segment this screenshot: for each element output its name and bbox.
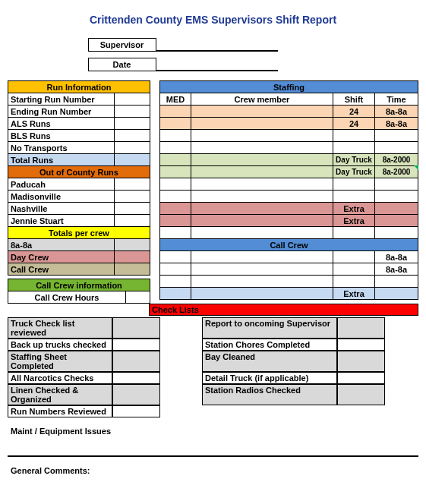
r2-crew[interactable] (191, 118, 333, 130)
c3-crew[interactable] (191, 276, 333, 288)
r11-shift[interactable] (333, 227, 375, 239)
daycrew-val[interactable] (115, 251, 150, 263)
r9-shift: Extra (333, 203, 375, 215)
r3-crew[interactable] (191, 130, 333, 142)
cl-a4-val[interactable] (112, 372, 160, 384)
r2-time: 8a-8a (375, 118, 418, 130)
r10-med[interactable] (160, 215, 191, 227)
cl-a2-val[interactable] (112, 339, 160, 351)
r8-crew[interactable] (191, 191, 333, 203)
als-val[interactable] (115, 118, 150, 130)
r7-med[interactable] (160, 178, 191, 191)
jennie-val[interactable] (115, 215, 150, 227)
daycrew-label: Day Crew (8, 251, 115, 263)
r8-med[interactable] (160, 191, 191, 203)
total-val[interactable] (115, 154, 150, 166)
r2-shift: 24 (333, 118, 375, 130)
c2-time: 8a-8a (375, 263, 418, 276)
paducah-val[interactable] (115, 178, 150, 191)
r7-time[interactable] (375, 178, 418, 191)
r8-time[interactable] (375, 191, 418, 203)
r11-med[interactable] (160, 227, 191, 239)
cl-a6: Run Numbers Reviewed (8, 405, 112, 417)
r6-shift: Day Truck (333, 166, 375, 178)
shift8a-val[interactable] (115, 239, 150, 251)
r2-med[interactable] (160, 118, 191, 130)
c1-crew[interactable] (191, 251, 333, 263)
cl-b5: Station Radios Checked (202, 384, 337, 405)
c1-med[interactable] (160, 251, 191, 263)
date-label: Date (88, 58, 156, 71)
staffing-table: Staffing MED Crew member Shift Time 248a… (159, 80, 418, 300)
r7-shift[interactable] (333, 178, 375, 191)
bls-val[interactable] (115, 130, 150, 142)
c2-crew[interactable] (191, 263, 333, 276)
r8-shift[interactable] (333, 191, 375, 203)
r11-time[interactable] (375, 227, 418, 239)
cl-b4-val[interactable] (337, 372, 385, 384)
c2-med[interactable] (160, 263, 191, 276)
c4-shift: Extra (333, 288, 375, 300)
jennie-label: Jennie Stuart (8, 215, 115, 227)
notrans-val[interactable] (115, 142, 150, 154)
r1-crew[interactable] (191, 106, 333, 118)
r5-med[interactable] (160, 154, 191, 166)
nashville-val[interactable] (115, 203, 150, 215)
cl-b1-val[interactable] (337, 317, 385, 339)
callcrew-header: Call Crew (160, 239, 418, 251)
cl-a1-val[interactable] (112, 317, 160, 339)
supervisor-label: Supervisor (88, 38, 156, 52)
cl-a6-val[interactable] (112, 405, 160, 417)
cl-b1: Report to oncoming Supervisor (202, 317, 337, 339)
staffing-header: Staffing (160, 81, 418, 93)
r9-time[interactable] (375, 203, 418, 215)
cl-a3-val[interactable] (112, 351, 160, 372)
end-run-val[interactable] (115, 106, 150, 118)
cl-b2-val[interactable] (337, 339, 385, 351)
r4-med[interactable] (160, 142, 191, 154)
c4-med[interactable] (160, 288, 191, 300)
cl-a3: Staffing Sheet Completed (8, 351, 112, 372)
r4-crew[interactable] (191, 142, 333, 154)
c4-crew[interactable] (191, 288, 333, 300)
c3-shift[interactable] (333, 276, 375, 288)
r9-med[interactable] (160, 203, 191, 215)
madisonville-val[interactable] (115, 191, 150, 203)
start-run-val[interactable] (115, 93, 150, 106)
c3-time[interactable] (375, 276, 418, 288)
r6-crew[interactable] (191, 166, 333, 178)
col-med: MED (160, 93, 191, 106)
r10-shift: Extra (333, 215, 375, 227)
r6-med[interactable] (160, 166, 191, 178)
r9-crew[interactable] (191, 203, 333, 215)
r5-crew[interactable] (191, 154, 333, 166)
r3-med[interactable] (160, 130, 191, 142)
c2-shift[interactable] (333, 263, 375, 276)
r11-crew[interactable] (191, 227, 333, 239)
cl-a5-val[interactable] (112, 384, 160, 405)
r4-shift[interactable] (333, 142, 375, 154)
date-input-line[interactable] (156, 56, 278, 71)
c3-med[interactable] (160, 276, 191, 288)
bls-label: BLS Runs (8, 130, 115, 142)
cc-hours-label: Call Crew Hours (8, 291, 126, 304)
end-run-label: Ending Run Number (8, 106, 115, 118)
supervisor-input-line[interactable] (156, 36, 278, 52)
out-county-header: Out of County Runs (8, 166, 150, 178)
r3-time[interactable] (375, 130, 418, 142)
r5-shift: Day Truck (333, 154, 375, 166)
c1-shift[interactable] (333, 251, 375, 263)
r10-crew[interactable] (191, 215, 333, 227)
cl-b3-val[interactable] (337, 351, 385, 372)
callcrew-val[interactable] (115, 263, 150, 276)
r3-shift[interactable] (333, 130, 375, 142)
als-label: ALS Runs (8, 118, 115, 130)
r4-time[interactable] (375, 142, 418, 154)
cc-hours-val[interactable] (126, 291, 150, 304)
c4-time[interactable] (375, 288, 418, 300)
r7-crew[interactable] (191, 178, 333, 191)
r1-med[interactable] (160, 106, 191, 118)
r10-time[interactable] (375, 215, 418, 227)
cl-b5-val[interactable] (337, 384, 385, 405)
maint-label: Maint / Equipment Issues (11, 427, 418, 436)
